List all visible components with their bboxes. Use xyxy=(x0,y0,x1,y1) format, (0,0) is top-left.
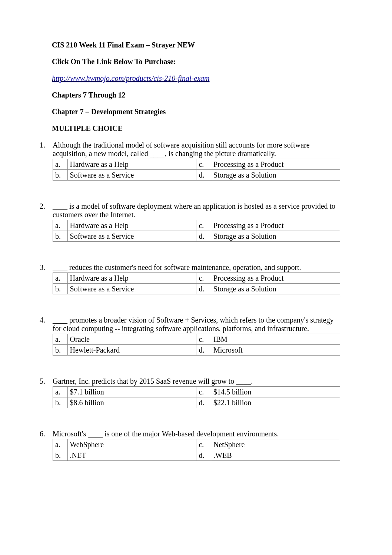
question-text: Although the traditional model of softwa… xyxy=(53,141,310,158)
option-letter-d: d. xyxy=(196,231,211,242)
option-letter-b: b. xyxy=(53,397,68,408)
option-b: Software as a Service xyxy=(67,284,196,294)
option-a: WebSphere xyxy=(67,439,196,450)
option-letter-a: a. xyxy=(53,439,68,450)
question-3: 3. ____ reduces the customer's need for … xyxy=(52,263,340,294)
chapter-7-heading: Chapter 7 – Development Strategies xyxy=(52,108,340,116)
question-body: Although the traditional model of softwa… xyxy=(53,141,340,181)
question-number: 5. xyxy=(39,377,53,386)
question-2: 2. ____ is a model of software deploymen… xyxy=(52,202,340,242)
page-title: CIS 210 Week 11 Final Exam – Strayer NEW xyxy=(52,41,340,49)
question-body: ____ is a model of software deployment w… xyxy=(53,202,340,242)
option-a: Hardware as a Help xyxy=(67,159,196,170)
question-body: ____ reduces the customer's need for sof… xyxy=(53,263,340,294)
option-b: $8.6 billion xyxy=(67,397,196,408)
option-a: Hardware as a Help xyxy=(67,273,196,284)
options-table: a. Hardware as a Help c. Processing as a… xyxy=(53,272,340,294)
option-d: Storage as a Solution xyxy=(211,284,340,294)
question-6: 6. Microsoft's ____ is one of the major … xyxy=(52,430,340,461)
option-letter-b: b. xyxy=(53,345,68,356)
option-letter-a: a. xyxy=(53,387,68,397)
question-number: 3. xyxy=(39,263,53,272)
question-text: ____ is a model of software deployment w… xyxy=(53,202,335,219)
option-b: Hewlett-Packard xyxy=(67,345,196,356)
option-c: NetSphere xyxy=(211,439,340,450)
option-letter-d: d. xyxy=(196,284,211,294)
option-letter-c: c. xyxy=(196,159,211,170)
option-d: Storage as a Solution xyxy=(211,170,340,181)
question-text: ____ reduces the customer's need for sof… xyxy=(53,263,301,271)
option-d: Storage as a Solution xyxy=(211,231,340,242)
question-text: Microsoft's ____ is one of the major Web… xyxy=(53,430,279,438)
question-number: 1. xyxy=(39,141,53,149)
question-body: ____ promotes a broader vision of Softwa… xyxy=(53,316,340,356)
page-subtitle: Click On The Link Below To Purchase: xyxy=(52,57,340,66)
options-table: a. WebSphere c. NetSphere b. .NET d. .WE… xyxy=(53,439,340,461)
multiple-choice-heading: MULTIPLE CHOICE xyxy=(52,124,340,133)
options-table: a. Oracle c. IBM b. Hewlett-Packard d. M… xyxy=(53,334,340,356)
document-page: CIS 210 Week 11 Final Exam – Strayer NEW… xyxy=(0,0,392,555)
chapters-range: Chapters 7 Through 12 xyxy=(52,91,340,99)
option-letter-b: b. xyxy=(53,450,68,461)
question-number: 4. xyxy=(39,316,53,324)
option-letter-d: d. xyxy=(196,450,211,461)
option-letter-b: b. xyxy=(53,284,68,294)
option-d: $22.1 billion xyxy=(211,397,340,408)
question-4: 4. ____ promotes a broader vision of Sof… xyxy=(52,316,340,356)
purchase-link[interactable]: http://www.hwmojo.com/products/cis-210-f… xyxy=(52,74,210,83)
question-body: Gartner, Inc. predicts that by 2015 SaaS… xyxy=(53,377,340,408)
option-letter-b: b. xyxy=(53,231,68,242)
option-letter-a: a. xyxy=(53,220,68,231)
question-5: 5. Gartner, Inc. predicts that by 2015 S… xyxy=(52,377,340,408)
option-letter-a: a. xyxy=(53,334,68,345)
option-letter-c: c. xyxy=(196,334,211,345)
option-a: Hardware as a Help xyxy=(67,220,196,231)
question-text: Gartner, Inc. predicts that by 2015 SaaS… xyxy=(53,377,253,385)
option-letter-b: b. xyxy=(53,170,68,181)
option-letter-c: c. xyxy=(196,273,211,284)
option-c: $14.5 billion xyxy=(211,387,340,397)
option-letter-c: c. xyxy=(196,387,211,397)
question-body: Microsoft's ____ is one of the major Web… xyxy=(53,430,340,461)
option-letter-a: a. xyxy=(53,273,68,284)
option-c: IBM xyxy=(211,334,340,345)
option-a: $7.1 billion xyxy=(67,387,196,397)
options-table: a. Hardware as a Help c. Processing as a… xyxy=(53,159,340,181)
option-letter-a: a. xyxy=(53,159,68,170)
question-text: ____ promotes a broader vision of Softwa… xyxy=(53,316,334,333)
option-d: .WEB xyxy=(211,450,340,461)
question-number: 6. xyxy=(39,430,53,438)
question-number: 2. xyxy=(39,202,53,211)
option-c: Processing as a Product xyxy=(211,273,340,284)
question-1: 1. Although the traditional model of sof… xyxy=(52,141,340,181)
option-d: Microsoft xyxy=(211,345,340,356)
option-letter-d: d. xyxy=(196,345,211,356)
option-letter-c: c. xyxy=(196,220,211,231)
option-letter-d: d. xyxy=(196,397,211,408)
option-a: Oracle xyxy=(67,334,196,345)
options-table: a. $7.1 billion c. $14.5 billion b. $8.6… xyxy=(53,386,340,408)
options-table: a. Hardware as a Help c. Processing as a… xyxy=(53,220,340,242)
option-letter-c: c. xyxy=(196,439,211,450)
option-b: Software as a Service xyxy=(67,231,196,242)
option-b: .NET xyxy=(67,450,196,461)
option-b: Software as a Service xyxy=(67,170,196,181)
option-letter-d: d. xyxy=(196,170,211,181)
option-c: Processing as a Product xyxy=(211,220,340,231)
option-c: Processing as a Product xyxy=(211,159,340,170)
